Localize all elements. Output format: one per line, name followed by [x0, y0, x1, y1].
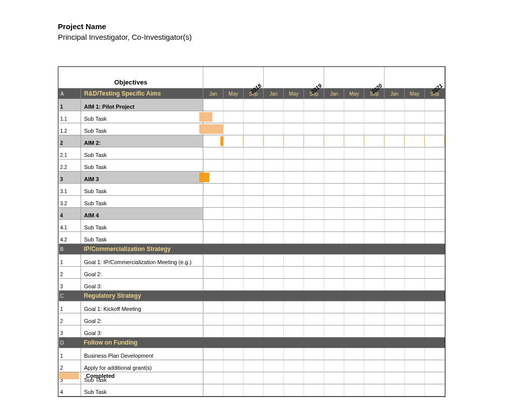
timeline-cell [203, 135, 223, 147]
timeline-cell [264, 325, 284, 338]
timeline-cell [304, 172, 324, 184]
timeline-cell [244, 313, 264, 325]
timeline-cell [425, 348, 445, 360]
month-header: May [284, 89, 304, 99]
timeline-cell [264, 147, 284, 159]
table-row: 4AIM 4 [59, 208, 445, 220]
year-header: 2019 [264, 67, 324, 89]
timeline-cell [405, 184, 425, 196]
row-index: 3.2 [59, 196, 81, 208]
timeline-cell [264, 232, 284, 244]
timeline-cell [405, 279, 425, 291]
row-index: 4 [59, 384, 81, 396]
timeline-cell [364, 313, 385, 325]
timeline-cell [425, 220, 445, 232]
timeline-cell [223, 348, 244, 360]
timeline-cell [385, 123, 405, 135]
table-row: 4.2Sub Task [59, 232, 445, 244]
investigators: Principal Investigator, Co-Investigator(… [58, 33, 192, 41]
table-row: 2Goal 2: [59, 313, 445, 325]
table-row: 3Goal 3: [59, 325, 445, 338]
row-label: AIM 4 [81, 208, 203, 220]
timeline-cell [203, 372, 223, 384]
timeline-cell [264, 196, 284, 208]
year-header: 2021 [385, 67, 445, 89]
timeline-cell [364, 135, 385, 147]
timeline-cell [364, 208, 385, 220]
timeline-cell [203, 267, 223, 279]
timeline-cell [344, 301, 364, 313]
timeline-cell [264, 123, 284, 135]
timeline-cell [405, 325, 425, 338]
timeline-cell [223, 220, 244, 232]
timeline-cell [324, 348, 344, 360]
timeline-cell [344, 99, 364, 111]
row-index: 2 [59, 360, 81, 372]
timeline-cell [284, 196, 304, 208]
timeline-cell [244, 111, 264, 123]
table-row: 1Goal 1: Kickoff Meeting [59, 301, 445, 313]
timeline-cell [344, 135, 364, 147]
timeline-cell [223, 135, 244, 147]
timeline-cell [425, 123, 445, 135]
month-header: Jan [324, 89, 344, 99]
timeline-cell [385, 147, 405, 159]
timeline-cell [364, 232, 385, 244]
row-label: Goal 3: [81, 325, 203, 338]
timeline-cell [364, 220, 385, 232]
row-label: Sub Task [81, 220, 203, 232]
timeline-cell [223, 279, 244, 291]
timeline-cell [284, 99, 304, 111]
timeline-cell [405, 232, 425, 244]
timeline-cell [304, 111, 324, 123]
row-label: Apply for additional grant(s) [81, 360, 203, 372]
timeline-cell [264, 360, 284, 372]
row-label: Goal 3: [81, 279, 203, 291]
row-label: AIM 3 [81, 172, 203, 184]
row-index: 1.1 [59, 111, 81, 123]
timeline-cell [425, 99, 445, 111]
timeline-cell [264, 279, 284, 291]
timeline-cell [344, 384, 364, 396]
timeline-cell [324, 123, 344, 135]
timeline-cell [344, 279, 364, 291]
timeline-cell [304, 325, 324, 338]
timeline-cell [244, 123, 264, 135]
gantt-table: Objectives2018201920202021AR&D/Testing S… [58, 67, 445, 396]
timeline-cell [244, 172, 264, 184]
timeline-cell [425, 384, 445, 396]
timeline-cell [405, 267, 425, 279]
timeline-cell [385, 232, 405, 244]
timeline-cell [304, 135, 324, 147]
section-title: R&D/Testing Specific Aims [81, 89, 203, 99]
timeline-cell [264, 172, 284, 184]
timeline-cell [344, 348, 364, 360]
timeline-cell [284, 184, 304, 196]
row-index: 2.2 [59, 159, 81, 172]
timeline-cell [364, 301, 385, 313]
timeline-cell [244, 348, 264, 360]
timeline-cell [203, 123, 223, 135]
timeline-cell [425, 372, 445, 384]
timeline-cell [223, 208, 244, 220]
timeline-cell [203, 279, 223, 291]
timeline-cell [203, 348, 223, 360]
timeline-cell [405, 196, 425, 208]
timeline-cell [385, 384, 405, 396]
timeline-cell [344, 196, 364, 208]
timeline-cell [264, 135, 284, 147]
timeline-cell [223, 360, 244, 372]
timeline-cell [385, 159, 405, 172]
timeline-cell [284, 147, 304, 159]
row-label: Sub Task [81, 111, 203, 123]
row-index: 1 [59, 348, 81, 360]
row-index: 4.2 [59, 232, 81, 244]
timeline-cell [304, 255, 324, 267]
timeline-cell [324, 279, 344, 291]
timeline-cell [304, 159, 324, 172]
timeline-cell [284, 220, 304, 232]
timeline-cell [244, 147, 264, 159]
timeline-cell [284, 313, 304, 325]
timeline-cell [405, 348, 425, 360]
timeline-cell [203, 255, 223, 267]
